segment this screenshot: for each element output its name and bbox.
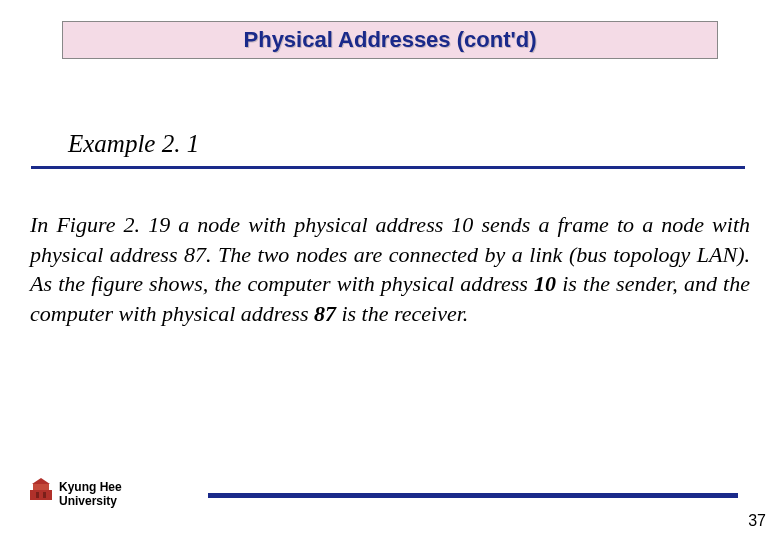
body-part3: is the receiver. [336,301,468,326]
body-paragraph: In Figure 2. 19 a node with physical add… [30,210,750,329]
svg-marker-2 [32,478,50,484]
svg-rect-4 [43,492,46,498]
page-number: 37 [748,512,766,530]
example-label: Example 2. 1 [68,130,199,158]
body-bold-87: 87 [314,301,336,326]
body-bold-10: 10 [534,271,556,296]
university-logo-icon [28,476,54,502]
title-bar: Physical Addresses (cont'd) [62,21,718,59]
svg-rect-3 [36,492,39,498]
svg-rect-1 [33,484,49,490]
divider-line [31,166,745,169]
footer-line1: Kyung Hee [59,480,122,494]
slide-title: Physical Addresses (cont'd) [244,27,537,53]
footer-line2: University [59,494,117,508]
svg-rect-0 [30,490,52,500]
footer-institution: Kyung Hee University [59,481,122,509]
footer-bar [208,493,738,498]
